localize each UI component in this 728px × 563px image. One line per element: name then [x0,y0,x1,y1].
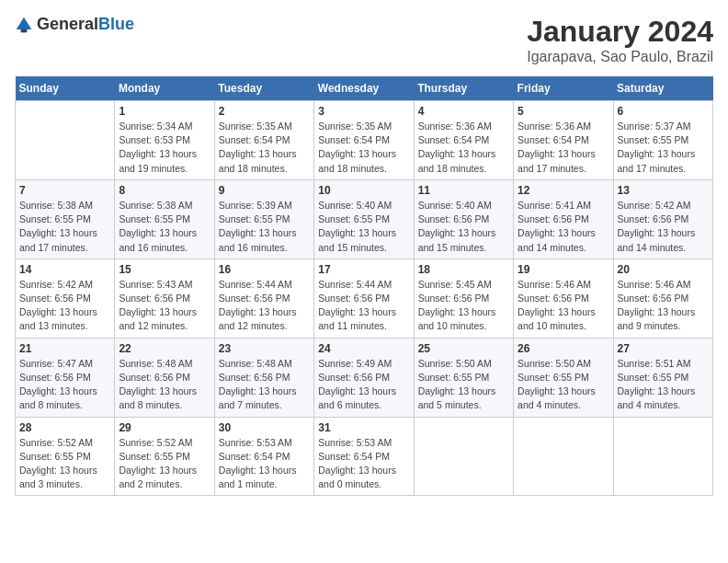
week-row: 7Sunrise: 5:38 AM Sunset: 6:55 PM Daylig… [16,179,713,259]
day-info: Sunrise: 5:50 AM Sunset: 6:55 PM Dayligh… [418,357,509,413]
day-info: Sunrise: 5:47 AM Sunset: 6:56 PM Dayligh… [19,357,110,413]
day-cell: 16Sunrise: 5:44 AM Sunset: 6:56 PM Dayli… [214,259,313,338]
day-info: Sunrise: 5:35 AM Sunset: 6:54 PM Dayligh… [318,120,409,176]
svg-marker-0 [17,17,32,29]
day-cell: 26Sunrise: 5:50 AM Sunset: 6:55 PM Dayli… [514,338,613,417]
week-row: 21Sunrise: 5:47 AM Sunset: 6:56 PM Dayli… [16,338,713,417]
day-number: 23 [219,342,310,355]
day-cell: 17Sunrise: 5:44 AM Sunset: 6:56 PM Dayli… [314,259,414,338]
logo-text-blue: Blue [98,15,134,33]
day-number: 28 [19,421,110,434]
week-row: 14Sunrise: 5:42 AM Sunset: 6:56 PM Dayli… [16,259,713,338]
day-info: Sunrise: 5:38 AM Sunset: 6:55 PM Dayligh… [119,199,210,255]
title-block: January 2024 Igarapava, Sao Paulo, Brazi… [527,15,713,65]
day-cell: 30Sunrise: 5:53 AM Sunset: 6:54 PM Dayli… [214,417,313,496]
day-cell: 22Sunrise: 5:48 AM Sunset: 6:56 PM Dayli… [115,338,214,417]
day-number: 7 [19,184,110,197]
day-cell: 24Sunrise: 5:49 AM Sunset: 6:56 PM Dayli… [314,338,414,417]
day-number: 18 [418,263,509,276]
day-cell: 14Sunrise: 5:42 AM Sunset: 6:56 PM Dayli… [16,259,115,338]
calendar-body: 1Sunrise: 5:34 AM Sunset: 6:53 PM Daylig… [16,101,713,496]
day-number: 12 [518,184,609,197]
day-info: Sunrise: 5:40 AM Sunset: 6:55 PM Dayligh… [318,199,409,255]
day-info: Sunrise: 5:50 AM Sunset: 6:55 PM Dayligh… [518,357,609,413]
day-info: Sunrise: 5:52 AM Sunset: 6:55 PM Dayligh… [119,436,210,492]
day-number: 3 [318,105,409,118]
logo-text-general: General [37,15,98,33]
day-cell: 23Sunrise: 5:48 AM Sunset: 6:56 PM Dayli… [214,338,313,417]
day-number: 20 [618,263,709,276]
day-info: Sunrise: 5:44 AM Sunset: 6:56 PM Dayligh… [318,278,409,334]
day-info: Sunrise: 5:42 AM Sunset: 6:56 PM Dayligh… [618,199,709,255]
day-number: 1 [119,105,210,118]
day-cell: 8Sunrise: 5:38 AM Sunset: 6:55 PM Daylig… [115,179,214,259]
day-cell: 20Sunrise: 5:46 AM Sunset: 6:56 PM Dayli… [613,259,712,338]
day-info: Sunrise: 5:46 AM Sunset: 6:56 PM Dayligh… [518,278,609,334]
day-info: Sunrise: 5:53 AM Sunset: 6:54 PM Dayligh… [219,436,310,492]
header-cell-sunday: Sunday [16,76,115,101]
day-number: 31 [318,421,409,434]
day-info: Sunrise: 5:46 AM Sunset: 6:56 PM Dayligh… [618,278,709,334]
day-cell: 9Sunrise: 5:39 AM Sunset: 6:55 PM Daylig… [214,179,313,259]
day-info: Sunrise: 5:40 AM Sunset: 6:56 PM Dayligh… [418,199,509,255]
day-cell [613,417,712,496]
day-info: Sunrise: 5:36 AM Sunset: 6:54 PM Dayligh… [518,120,609,176]
day-number: 6 [618,105,709,118]
day-number: 29 [119,421,210,434]
day-cell: 3Sunrise: 5:35 AM Sunset: 6:54 PM Daylig… [314,101,414,180]
day-cell: 15Sunrise: 5:43 AM Sunset: 6:56 PM Dayli… [115,259,214,338]
day-number: 2 [219,105,310,118]
day-cell: 13Sunrise: 5:42 AM Sunset: 6:56 PM Dayli… [613,179,712,259]
day-cell: 12Sunrise: 5:41 AM Sunset: 6:56 PM Dayli… [514,179,613,259]
day-info: Sunrise: 5:45 AM Sunset: 6:56 PM Dayligh… [418,278,509,334]
day-info: Sunrise: 5:49 AM Sunset: 6:56 PM Dayligh… [318,357,409,413]
day-cell: 4Sunrise: 5:36 AM Sunset: 6:54 PM Daylig… [414,101,513,180]
logo-icon [15,16,33,34]
day-cell: 27Sunrise: 5:51 AM Sunset: 6:55 PM Dayli… [613,338,712,417]
header-cell-wednesday: Wednesday [314,76,414,101]
day-number: 8 [119,184,210,197]
day-info: Sunrise: 5:39 AM Sunset: 6:55 PM Dayligh… [219,199,310,255]
day-number: 21 [19,342,110,355]
day-info: Sunrise: 5:38 AM Sunset: 6:55 PM Dayligh… [19,199,110,255]
day-info: Sunrise: 5:48 AM Sunset: 6:56 PM Dayligh… [119,357,210,413]
day-info: Sunrise: 5:43 AM Sunset: 6:56 PM Dayligh… [119,278,210,334]
header-cell-friday: Friday [514,76,613,101]
day-cell: 19Sunrise: 5:46 AM Sunset: 6:56 PM Dayli… [514,259,613,338]
day-cell: 29Sunrise: 5:52 AM Sunset: 6:55 PM Dayli… [115,417,214,496]
day-cell: 11Sunrise: 5:40 AM Sunset: 6:56 PM Dayli… [414,179,513,259]
day-info: Sunrise: 5:53 AM Sunset: 6:54 PM Dayligh… [318,436,409,492]
day-number: 17 [318,263,409,276]
day-cell [414,417,513,496]
day-info: Sunrise: 5:42 AM Sunset: 6:56 PM Dayligh… [19,278,110,334]
day-number: 24 [318,342,409,355]
day-cell [16,101,115,180]
day-number: 30 [219,421,310,434]
day-number: 9 [219,184,310,197]
header-cell-tuesday: Tuesday [214,76,313,101]
calendar-table: SundayMondayTuesdayWednesdayThursdayFrid… [15,76,713,496]
day-cell: 1Sunrise: 5:34 AM Sunset: 6:53 PM Daylig… [115,101,214,180]
day-number: 15 [119,263,210,276]
day-cell: 25Sunrise: 5:50 AM Sunset: 6:55 PM Dayli… [414,338,513,417]
day-info: Sunrise: 5:36 AM Sunset: 6:54 PM Dayligh… [418,120,509,176]
day-number: 26 [518,342,609,355]
day-number: 19 [518,263,609,276]
day-number: 22 [119,342,210,355]
day-cell: 31Sunrise: 5:53 AM Sunset: 6:54 PM Dayli… [314,417,414,496]
day-cell: 5Sunrise: 5:36 AM Sunset: 6:54 PM Daylig… [514,101,613,180]
week-row: 1Sunrise: 5:34 AM Sunset: 6:53 PM Daylig… [16,101,713,180]
day-number: 14 [19,263,110,276]
day-cell: 10Sunrise: 5:40 AM Sunset: 6:55 PM Dayli… [314,179,414,259]
logo: GeneralBlue [15,15,134,34]
day-number: 5 [518,105,609,118]
day-info: Sunrise: 5:51 AM Sunset: 6:55 PM Dayligh… [618,357,709,413]
week-row: 28Sunrise: 5:52 AM Sunset: 6:55 PM Dayli… [16,417,713,496]
day-cell: 6Sunrise: 5:37 AM Sunset: 6:55 PM Daylig… [613,101,712,180]
calendar-subtitle: Igarapava, Sao Paulo, Brazil [527,49,713,65]
header-cell-thursday: Thursday [414,76,513,101]
day-info: Sunrise: 5:37 AM Sunset: 6:55 PM Dayligh… [618,120,709,176]
calendar-header: SundayMondayTuesdayWednesdayThursdayFrid… [16,76,713,101]
calendar-title: January 2024 [527,15,713,49]
day-cell: 28Sunrise: 5:52 AM Sunset: 6:55 PM Dayli… [16,417,115,496]
